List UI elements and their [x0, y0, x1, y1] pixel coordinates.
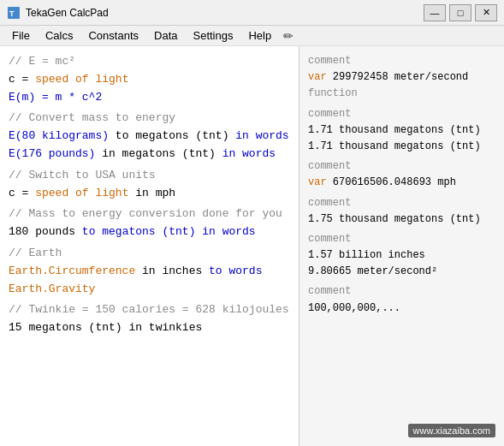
result-section-5: comment 1.57 billion inches 9.80665 mete… — [308, 231, 495, 281]
comment-earth: // Earth — [9, 245, 290, 263]
result-section-1: comment var 299792458 meter/second funct… — [308, 53, 495, 103]
result-section-2: comment 1.71 thousand megatons (tnt) 1.7… — [308, 106, 495, 156]
line-earth-gravity: Earth.Gravity — [9, 281, 290, 299]
comment-twinkie: // Twinkie = 150 calories = 628 kilojoul… — [9, 301, 290, 319]
result-var-c: var 299792458 meter/second — [308, 69, 495, 86]
line-em-function: E(m) = m * c^2 — [9, 89, 290, 107]
menu-constants[interactable]: Constants — [81, 27, 145, 44]
line-e176lb: E(176 pounds) in megatons (tnt) in words — [9, 146, 290, 164]
result-section-3: comment var 670616506.048693 mph — [308, 158, 495, 191]
line-180lb: 180 pounds to megatons (tnt) in words — [9, 223, 290, 241]
menu-data[interactable]: Data — [147, 27, 184, 44]
result-e176lb: 1.71 thousand megatons (tnt) — [308, 139, 495, 155]
window-controls: — □ ✕ — [424, 4, 497, 21]
svg-text:T: T — [9, 9, 15, 18]
menu-calcs[interactable]: Calcs — [39, 27, 80, 44]
line-e80kg: E(80 kilograms) to megatons (tnt) in wor… — [9, 128, 290, 146]
comment-usa: // Switch to USA units — [9, 167, 290, 185]
comment-mass-energy: // Mass to energy conversion done for yo… — [9, 205, 290, 223]
minimize-button[interactable]: — — [424, 4, 446, 21]
line-c-mph: c = speed of light in mph — [9, 185, 290, 203]
result-comment-6: comment — [308, 283, 495, 300]
result-twinkie: 100,000,000,... — [308, 300, 495, 317]
result-comment-4: comment — [308, 195, 495, 211]
result-comment-3: comment — [308, 158, 495, 175]
right-result-pane: comment var 299792458 meter/second funct… — [299, 46, 504, 446]
left-editor-pane[interactable]: // E = mc² c = speed of light E(m) = m *… — [0, 46, 299, 446]
close-button[interactable]: ✕ — [475, 4, 497, 21]
result-circumference: 1.57 billion inches — [308, 247, 495, 264]
result-comment-1: comment — [308, 53, 495, 69]
section-earth: // Earth Earth.Circumference in inches t… — [9, 245, 290, 298]
section-mass-energy: // Mass to energy conversion done for yo… — [9, 205, 290, 241]
menu-bar: File Calcs Constants Data Settings Help … — [0, 26, 504, 46]
line-twinkie-calc: 15 megatons (tnt) in twinkies — [9, 319, 290, 337]
section-twinkie: // Twinkie = 150 calories = 628 kilojoul… — [9, 301, 290, 337]
result-section-4: comment 1.75 thousand megatons (tnt) — [308, 195, 495, 228]
section-emc2: // E = mc² c = speed of light E(m) = m *… — [9, 53, 290, 106]
comment-emc2: // E = mc² — [9, 53, 290, 71]
menu-settings[interactable]: Settings — [186, 27, 240, 44]
title-bar: T TekaGen CalcPad — □ ✕ — [0, 0, 504, 26]
result-comment-5: comment — [308, 231, 495, 247]
app-icon: T — [7, 6, 21, 20]
line-c-assign: c = speed of light — [9, 71, 290, 89]
section-convert-mass: // Convert mass to energy E(80 kilograms… — [9, 110, 290, 163]
menu-help[interactable]: Help — [241, 27, 278, 44]
maximize-button[interactable]: □ — [449, 4, 471, 21]
result-var-c-mph: var 670616506.048693 mph — [308, 175, 495, 191]
result-gravity: 9.80665 meter/second² — [308, 264, 495, 280]
result-section-6: comment 100,000,000,... — [308, 283, 495, 316]
comment-convert: // Convert mass to energy — [9, 110, 290, 128]
result-180lb: 1.75 thousand megatons (tnt) — [308, 211, 495, 228]
main-content: // E = mc² c = speed of light E(m) = m *… — [0, 46, 504, 446]
result-function: function — [308, 86, 495, 102]
result-e80kg: 1.71 thousand megatons (tnt) — [308, 122, 495, 139]
pencil-icon: ✏ — [283, 29, 294, 43]
result-comment-2: comment — [308, 106, 495, 122]
line-earth-circumference: Earth.Circumference in inches to words — [9, 263, 290, 281]
section-usa-units: // Switch to USA units c = speed of ligh… — [9, 167, 290, 203]
window-title: TekaGen CalcPad — [26, 7, 424, 19]
menu-file[interactable]: File — [5, 27, 37, 44]
